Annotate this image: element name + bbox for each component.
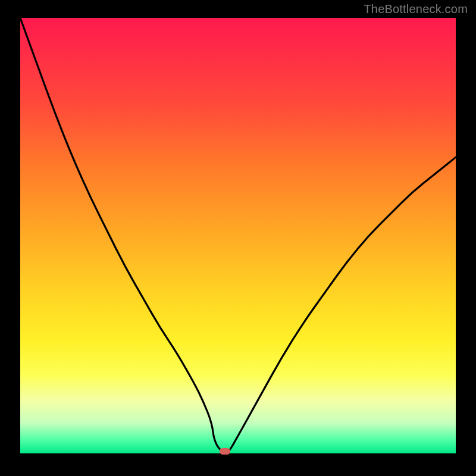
optimal-marker	[220, 448, 230, 455]
plot-area	[20, 18, 456, 453]
watermark-text: TheBottleneck.com	[364, 2, 468, 16]
bottleneck-curve	[20, 18, 456, 453]
chart-frame: TheBottleneck.com	[0, 0, 476, 476]
curve-path	[20, 18, 456, 451]
